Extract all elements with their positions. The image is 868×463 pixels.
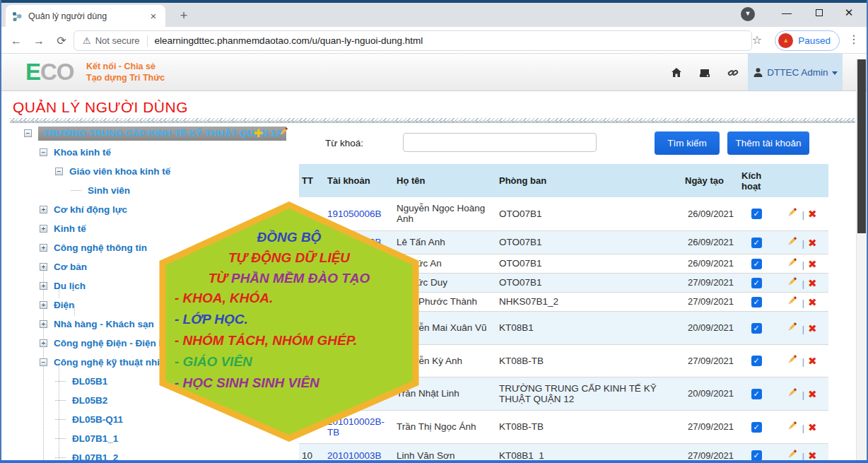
active-checkbox[interactable]: ✓ xyxy=(751,323,762,334)
edit-pencil-icon[interactable] xyxy=(787,321,798,332)
plus-expander-icon[interactable]: + xyxy=(40,282,47,290)
delete-x-icon[interactable]: ✖ xyxy=(808,237,817,249)
tree-item-label[interactable]: ĐL05B2 xyxy=(72,395,107,406)
home-icon[interactable] xyxy=(670,66,683,79)
tree-item-label[interactable]: Nhà hàng - Khách sạn xyxy=(54,319,154,329)
bookmark-star-icon[interactable]: ☆ xyxy=(752,33,762,47)
add-node-icon[interactable]: ✚ xyxy=(254,127,263,140)
minimize-button[interactable]: — xyxy=(770,3,803,23)
sync-callout-overlay: ĐỒNG BỘ TỰ ĐỘNG DỮ LIỆU TỪ PHẦN MỀM ĐÀO … xyxy=(157,199,421,444)
tree-item-root[interactable]: − TRƯỜNG TRUNG CẤP KINH TẾ KỸ THUẬT QUẬN… xyxy=(0,124,299,143)
plus-expander-icon[interactable]: + xyxy=(40,244,47,252)
active-checkbox[interactable]: ✓ xyxy=(751,278,762,288)
tree-item-label[interactable]: Cơ bản xyxy=(54,262,87,272)
minus-expander-icon[interactable]: − xyxy=(24,129,32,137)
link-icon[interactable] xyxy=(727,66,739,79)
drive-icon[interactable] xyxy=(698,66,711,79)
tree-item[interactable]: −Giáo viên khoa kinh tế xyxy=(0,162,299,181)
edit-pencil-icon[interactable] xyxy=(787,448,798,459)
profile-chevron-icon[interactable]: ▼ xyxy=(741,7,755,21)
window-left-border xyxy=(0,0,1,463)
sync-paused-button[interactable]: ▲ Paused xyxy=(775,30,840,51)
forward-icon[interactable]: → xyxy=(30,32,48,50)
back-icon[interactable]: ← xyxy=(7,32,25,50)
delete-x-icon[interactable]: ✖ xyxy=(808,355,817,367)
add-account-button[interactable]: Thêm tài khoản xyxy=(727,131,809,155)
tree-item[interactable]: −Khoa kinh tế xyxy=(0,143,299,162)
delete-x-icon[interactable]: ✖ xyxy=(808,388,817,400)
cell-active: ✓ xyxy=(737,254,775,273)
tree-item-label[interactable]: Khoa kinh tế xyxy=(54,147,111,158)
cell-dept: KT08B-TB xyxy=(493,410,682,443)
tree-item-label[interactable]: ĐL07B1_1 xyxy=(72,433,118,444)
edit-pencil-icon[interactable] xyxy=(787,257,798,268)
active-checkbox[interactable]: ✓ xyxy=(751,450,762,461)
edit-pencil-icon[interactable] xyxy=(787,353,798,365)
tree-root-label[interactable]: TRƯỜNG TRUNG CẤP KINH TẾ KỸ THUẬT QUẬN 1… xyxy=(38,127,286,141)
tree-item-label[interactable]: Công nghệ kỹ thuật nhiệt xyxy=(54,357,168,368)
active-checkbox[interactable]: ✓ xyxy=(751,209,762,219)
edit-pencil-icon[interactable] xyxy=(787,295,798,306)
maximize-button[interactable] xyxy=(803,3,835,23)
delete-x-icon[interactable]: ✖ xyxy=(808,421,817,433)
delete-x-icon[interactable]: ✖ xyxy=(808,322,817,334)
edit-pencil-icon[interactable] xyxy=(787,276,798,287)
reload-icon[interactable]: ⟳ xyxy=(52,32,71,50)
plus-expander-icon[interactable]: + xyxy=(40,320,47,328)
search-button[interactable]: Tìm kiếm xyxy=(655,131,720,155)
edit-pencil-icon[interactable] xyxy=(787,206,798,218)
new-tab-button[interactable]: + xyxy=(175,7,192,24)
edit-pencil-icon[interactable] xyxy=(787,235,798,247)
edit-pencil-icon[interactable] xyxy=(278,126,289,136)
active-checkbox[interactable]: ✓ xyxy=(751,259,762,269)
address-bar[interactable]: ⚠ Not secure elearningdttec.phanmemdaota… xyxy=(74,30,752,51)
tree-item-label[interactable]: ĐL05B1 xyxy=(72,376,107,387)
scrollbar-thumb[interactable] xyxy=(857,59,866,233)
tree-item-label[interactable]: Du lịch xyxy=(54,281,86,291)
tab-close-icon[interactable]: × xyxy=(147,10,160,22)
active-checkbox[interactable]: ✓ xyxy=(751,389,762,399)
active-checkbox[interactable]: ✓ xyxy=(751,238,762,248)
delete-x-icon[interactable]: ✖ xyxy=(808,296,817,308)
page-scrollbar[interactable] xyxy=(856,59,866,460)
plus-expander-icon[interactable]: + xyxy=(40,301,47,309)
plus-expander-icon[interactable]: + xyxy=(40,206,47,213)
cell-date: 27/09/2021 xyxy=(682,344,737,377)
cell-date: 26/09/2021 xyxy=(682,254,737,273)
minus-expander-icon[interactable]: − xyxy=(40,358,47,366)
active-checkbox[interactable]: ✓ xyxy=(751,297,762,307)
col-name: Họ tên xyxy=(391,164,493,197)
active-checkbox[interactable]: ✓ xyxy=(751,422,762,433)
tree-item-label[interactable]: ĐL05B-Q11 xyxy=(72,414,123,425)
plus-expander-icon[interactable]: + xyxy=(40,225,47,233)
minus-expander-icon[interactable]: − xyxy=(55,168,63,175)
cell-actions: |✖ xyxy=(775,230,828,254)
tree-item[interactable]: Sinh viên xyxy=(0,181,299,200)
tree-item-label[interactable]: Kinh tế xyxy=(54,223,86,234)
chevron-down-icon xyxy=(832,71,838,75)
window-close-button[interactable]: ✕ xyxy=(833,3,865,23)
edit-pencil-icon[interactable] xyxy=(787,387,798,398)
plus-expander-icon[interactable]: + xyxy=(40,339,47,347)
keyword-input[interactable] xyxy=(403,133,597,152)
tree-item-label[interactable]: Sinh viên xyxy=(88,185,130,196)
browser-menu-icon[interactable]: ⋮ xyxy=(848,33,860,46)
leaf-connector xyxy=(55,400,66,401)
minus-expander-icon[interactable]: − xyxy=(40,148,47,156)
tree-item-label[interactable]: Cơ khí động lực xyxy=(54,204,127,215)
active-checkbox[interactable]: ✓ xyxy=(751,356,762,366)
cell-actions: |✖ xyxy=(775,197,828,230)
user-menu[interactable]: DTTEC Admin xyxy=(748,54,843,90)
browser-tab[interactable]: Quản lý người dùng × xyxy=(6,5,165,27)
tree-item-label[interactable]: Công nghệ thông tin xyxy=(54,242,147,253)
delete-x-icon[interactable]: ✖ xyxy=(808,258,817,270)
tree-item-label[interactable]: Giáo viên khoa kinh tế xyxy=(69,166,170,177)
delete-x-icon[interactable]: ✖ xyxy=(808,277,817,289)
tree-item-label[interactable]: Điện xyxy=(54,300,74,310)
account-link[interactable]: 201010003B xyxy=(327,450,382,461)
edit-pencil-icon[interactable] xyxy=(787,420,798,431)
delete-x-icon[interactable]: ✖ xyxy=(808,208,817,220)
col-dept: Phòng ban xyxy=(493,164,682,197)
plus-expander-icon[interactable]: + xyxy=(40,263,47,271)
tab-favicon-share-icon xyxy=(11,11,23,22)
